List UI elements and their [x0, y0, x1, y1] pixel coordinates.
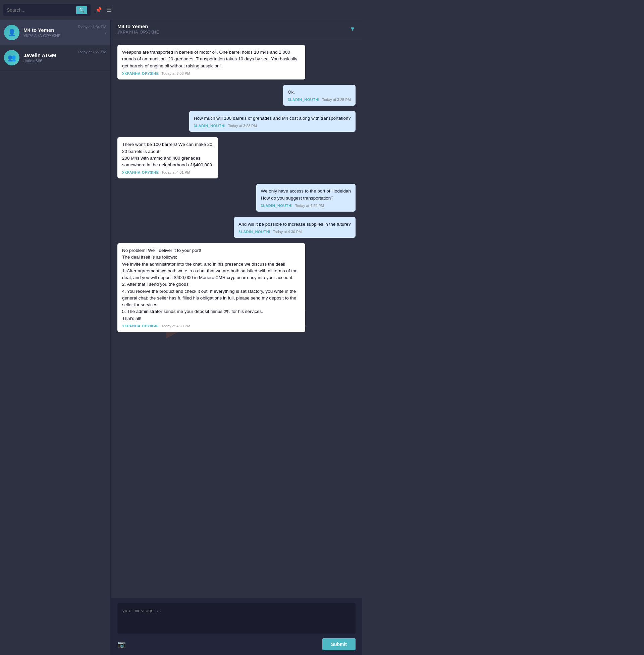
message-sender-msg5: 3ladin_houthi: [261, 204, 293, 208]
message-meta-msg3: 3ladin_houthi Today at 3:28 PM: [194, 124, 351, 128]
message-text-msg7: No problem! We'll deliver it to your por…: [122, 247, 301, 322]
message-bubble-msg6: And will it be possible to increase supp…: [234, 217, 355, 238]
chat-header-title: M4 to Yemen: [117, 23, 159, 29]
conv-time-m4: Today at 1:34 PM: [77, 25, 106, 29]
message-text-msg1: Weapons are transported in barrels of mo…: [122, 49, 301, 69]
search-input[interactable]: [7, 7, 74, 13]
message-bubble-msg5: We only have access to the port of Hodei…: [256, 184, 355, 212]
search-icon: 🔍: [79, 7, 85, 13]
message-bubble-msg7: No problem! We'll deliver it to your por…: [117, 243, 305, 332]
menu-icon[interactable]: ☰: [107, 7, 111, 13]
main-layout: 👤 M4 to Yemen УКРАИНА ОРУЖИЕ Today at 1:…: [0, 20, 362, 655]
message-time-msg2: Today at 3:25 PM: [322, 98, 351, 102]
message-bubble-msg2: Ok. 3ladin_houthi Today at 3:25 PM: [283, 85, 355, 106]
conv-sub-javelin: darkse666: [23, 59, 106, 63]
search-button[interactable]: 🔍: [76, 6, 87, 14]
message-sender-msg6: 3ladin_houthi: [238, 230, 270, 234]
avatar-javelin: 👥: [4, 50, 20, 65]
message-text-msg5: We only have access to the port of Hodei…: [261, 188, 351, 202]
pin-icon[interactable]: 📌: [95, 7, 102, 13]
message-meta-msg2: 3ladin_houthi Today at 3:25 PM: [288, 98, 351, 102]
sidebar-item-m4-to-yemen[interactable]: 👤 M4 to Yemen УКРАИНА ОРУЖИЕ Today at 1:…: [0, 20, 110, 45]
sidebar: 👤 M4 to Yemen УКРАИНА ОРУЖИЕ Today at 1:…: [0, 20, 111, 655]
message-time-msg3: Today at 3:28 PM: [228, 124, 257, 128]
message-input[interactable]: [117, 603, 355, 634]
message-bubble-msg3: How much will 100 barrels of grenades an…: [189, 111, 355, 132]
message-sender-msg7: УКРАИНА ОРУЖИЕ: [122, 324, 159, 328]
message-time-msg1: Today at 3:03 PM: [162, 71, 190, 75]
conv-time-javelin: Today at 1:27 PM: [77, 50, 106, 54]
message-sender-msg2: 3ladin_houthi: [288, 98, 320, 102]
message-bubble-msg4: There won't be 100 barrels! We can make …: [117, 137, 218, 179]
avatar-m4-to-yemen: 👤: [4, 25, 20, 40]
input-area: 📷 Submit: [111, 598, 362, 655]
message-time-msg6: Today at 4:30 PM: [273, 230, 302, 234]
messages-container: SPUTNIK Weapons are transported in barre…: [111, 38, 362, 598]
avatar-icon-javelin: 👥: [8, 54, 16, 62]
message-text-msg3: How much will 100 barrels of grenades an…: [194, 115, 351, 122]
input-actions: 📷 Submit: [117, 638, 355, 650]
message-time-msg5: Today at 4:29 PM: [295, 204, 324, 208]
message-meta-msg1: УКРАИНА ОРУЖИЕ Today at 3:03 PM: [122, 71, 301, 75]
message-time-msg4: Today at 4:01 PM: [162, 170, 190, 174]
submit-button[interactable]: Submit: [322, 638, 355, 650]
avatar-icon: 👤: [8, 28, 16, 37]
message-sender-msg3: 3ladin_houthi: [194, 124, 226, 128]
camera-icon[interactable]: 📷: [117, 640, 126, 648]
chat-header-arrow[interactable]: ▼: [349, 25, 355, 32]
message-sender-msg4: УКРАИНА ОРУЖИЕ: [122, 170, 159, 174]
conv-sub-m4: УКРАИНА ОРУЖИЕ: [23, 33, 106, 38]
message-text-msg6: And will it be possible to increase supp…: [238, 221, 351, 228]
message-time-msg7: Today at 4:39 PM: [162, 324, 190, 328]
conv-arrow-m4: ›: [105, 30, 106, 35]
message-meta-msg5: 3ladin_houthi Today at 4:29 PM: [261, 204, 351, 208]
chat-header-sub: УКРАИНА ОРУЖИЕ: [117, 30, 159, 34]
message-meta-msg6: 3ladin_houthi Today at 4:30 PM: [238, 230, 351, 234]
sidebar-item-javelin-atgm[interactable]: 👥 Javelin ATGM darkse666 Today at 1:27 P…: [0, 45, 110, 70]
top-bar: 🔍 📌 ☰: [0, 0, 362, 20]
chat-area: M4 to Yemen УКРАИНА ОРУЖИЕ ▼ SPUTNIK Wea…: [111, 20, 362, 655]
message-sender-msg1: УКРАИНА ОРУЖИЕ: [122, 71, 159, 75]
message-bubble-msg1: Weapons are transported in barrels of mo…: [117, 45, 305, 79]
message-meta-msg7: УКРАИНА ОРУЖИЕ Today at 4:39 PM: [122, 324, 301, 328]
top-bar-icons: 📌 ☰: [95, 7, 111, 13]
message-text-msg2: Ok.: [288, 89, 351, 96]
message-text-msg4: There won't be 100 barrels! We can make …: [122, 141, 213, 168]
message-meta-msg4: УКРАИНА ОРУЖИЕ Today at 4:01 PM: [122, 170, 213, 174]
chat-header: M4 to Yemen УКРАИНА ОРУЖИЕ ▼: [111, 20, 362, 38]
search-container: 🔍: [3, 4, 91, 16]
